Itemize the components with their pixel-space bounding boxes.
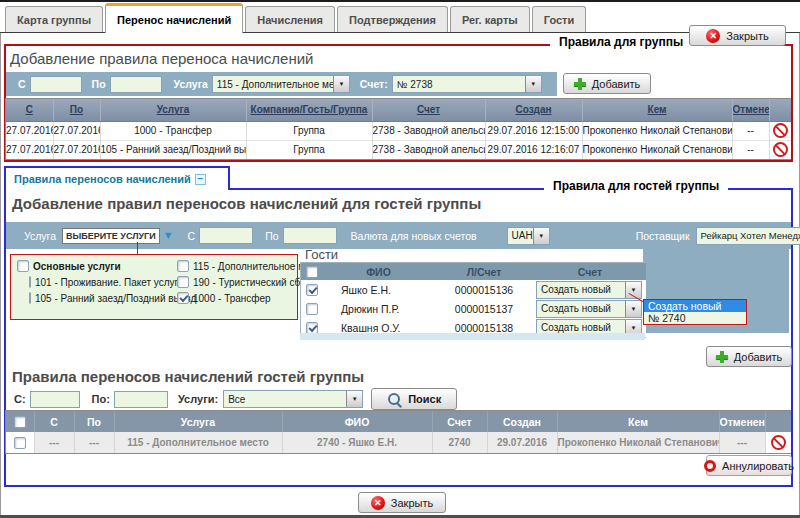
guests-table-footer-strip (300, 333, 645, 340)
service-checkbox[interactable] (177, 276, 189, 288)
service-picker-arrow-icon[interactable]: ▼ (163, 230, 174, 241)
table-row: 27.07.2016 27.07.2016 1000 - Трансфер Гр… (6, 121, 791, 140)
cancel-rule-icon[interactable] (773, 142, 788, 157)
col-service[interactable]: Услуга (100, 99, 246, 121)
collapse-minus-icon[interactable]: − (195, 174, 206, 185)
service-select-value: 115 - Дополнительное место (213, 79, 333, 90)
guest-name: Яшко Е.Н. (323, 280, 434, 299)
col-from[interactable]: С (6, 99, 53, 121)
col-account[interactable]: Счет (372, 99, 485, 121)
filter-to-label: По: (92, 393, 110, 405)
close-x-icon: ✕ (706, 29, 720, 43)
annul-button[interactable]: Аннулировать (706, 455, 792, 476)
from-date-input[interactable] (30, 76, 82, 93)
col-company-guest-group[interactable]: Компания/Гость/Группа (246, 99, 372, 121)
tab-confirmations[interactable]: Подтверждения (337, 6, 448, 32)
service-select[interactable]: 115 - Дополнительное место (212, 75, 350, 93)
col-guest-name: ФИО (282, 411, 432, 432)
close-button-top[interactable]: ✕ Закрыть (689, 25, 786, 46)
account-select[interactable]: № 2738 (392, 75, 542, 93)
guest-rules-collapse-tab[interactable]: Правила переносов начислений − (4, 166, 230, 190)
guest-add-button[interactable]: Добавить (706, 346, 792, 367)
group-rules-frame-label: Правила для группы (550, 35, 692, 49)
service-option[interactable]: 101 - Проживание. Пакет услуг (29, 276, 177, 288)
col-to: По (74, 411, 114, 432)
col-actions (769, 99, 791, 121)
service-option[interactable]: 105 - Ранний заезд/Поздний выезд (29, 292, 177, 304)
filter-from-input[interactable] (30, 391, 80, 408)
guest-add-button-label: Добавить (734, 351, 783, 363)
to-date-input[interactable] (110, 76, 162, 93)
services-column-1: Основные услуги 101 - Проживание. Пакет … (17, 260, 177, 319)
from-label: С (18, 78, 26, 90)
col-from: С (34, 411, 74, 432)
from-date-input[interactable] (199, 227, 253, 244)
tab-group-card[interactable]: Карта группы (5, 6, 103, 32)
service-checkbox[interactable] (17, 260, 29, 272)
cancel-rule-icon[interactable] (771, 435, 786, 450)
window-top-edge (0, 0, 800, 2)
col-actions (765, 411, 791, 432)
filter-services-select[interactable]: Все (223, 390, 363, 408)
service-option-label: Основные услуги (33, 261, 121, 272)
col-to[interactable]: По (53, 99, 100, 121)
group-add-button[interactable]: Добавить (563, 73, 651, 94)
tab-guests[interactable]: Гости (532, 6, 587, 32)
service-option-label: 101 - Проживание. Пакет услуг (35, 277, 178, 288)
guest-row: Яшко Е.Н. 0000015136 Создать новый (301, 280, 646, 299)
service-label: Услуга (174, 78, 208, 90)
currency-label: Валюта для новых счетов (351, 230, 477, 242)
col-by-whom[interactable]: Кем (582, 99, 732, 121)
rule-checkbox[interactable] (14, 437, 26, 449)
guest-checkbox[interactable] (306, 303, 318, 315)
filter-to-input[interactable] (114, 391, 168, 408)
dropdown-arrow-icon[interactable] (346, 391, 362, 407)
group-table-header-row: С По Услуга Компания/Гость/Группа Счет С… (6, 99, 791, 121)
table-row: 27.07.2016 27.07.2016 105 - Ранний заезд… (6, 140, 791, 159)
cancel-rule-icon[interactable] (773, 123, 788, 138)
close-button-bottom[interactable]: ✕ Закрыть (358, 492, 446, 513)
service-checkbox[interactable] (177, 260, 189, 272)
guest-add-formbar: Услуга ВЫБЕРИТЕ УСЛУГИ ▼ С По Валюта для… (6, 222, 791, 249)
tab-reg-cards[interactable]: Рег. карты (450, 6, 530, 32)
col-cancelled[interactable]: Отменен (732, 99, 769, 121)
to-date-input[interactable] (283, 227, 337, 244)
dropdown-arrow-icon[interactable] (625, 301, 641, 317)
guests-table: ФИО Л/Счет Счет Яшко Е.Н. 0000015136 Соз… (301, 263, 646, 337)
provider-select-value: Рейкарц Хотел Менеджмент (697, 230, 800, 241)
guest-rules-table-wrap: С По Услуга ФИО Счет Создан Кем Отменен (5, 410, 791, 454)
dropdown-option-create-new[interactable]: Создать новый (644, 300, 746, 312)
service-checkbox[interactable] (29, 292, 31, 304)
group-rules-table: С По Услуга Компания/Гость/Группа Счет С… (6, 99, 791, 159)
guest-account-value: Создать новый (537, 322, 625, 333)
select-all-guests-checkbox[interactable] (306, 266, 318, 278)
service-checkbox[interactable] (177, 292, 189, 304)
guest-checkbox[interactable] (306, 284, 318, 296)
account-label: Счет: (360, 78, 388, 90)
to-label: По (265, 230, 278, 242)
dropdown-option-account-2740[interactable]: № 2740 (644, 312, 746, 324)
tab-charge-transfer[interactable]: Перенос начислений (105, 3, 243, 33)
app-window: Карта группы Перенос начислений Начислен… (0, 0, 800, 518)
guest-folio: 0000015136 (434, 280, 534, 299)
close-button-label: Закрыть (391, 497, 433, 509)
group-add-title: Добавление правила переноса начислений (10, 50, 313, 67)
guest-account-select[interactable]: Создать новый (536, 300, 642, 318)
currency-select[interactable]: UAH (507, 227, 550, 245)
dropdown-arrow-icon[interactable] (533, 228, 549, 244)
guest-rules-list-title: Правила переносов начислений гостей груп… (12, 368, 364, 385)
service-option[interactable]: Основные услуги (17, 260, 177, 272)
dropdown-arrow-icon[interactable] (525, 76, 541, 92)
provider-select[interactable]: Рейкарц Хотел Менеджмент (696, 227, 800, 245)
select-all-rules-checkbox[interactable] (14, 416, 26, 428)
service-picker[interactable]: ВЫБЕРИТЕ УСЛУГИ (62, 228, 160, 244)
guest-account-select[interactable]: Создать новый (536, 281, 642, 299)
group-add-formbar: С По Услуга 115 - Дополнительное место С… (6, 72, 557, 96)
search-button[interactable]: Поиск (371, 388, 457, 410)
tab-charges[interactable]: Начисления (245, 6, 335, 32)
close-button-label: Закрыть (726, 30, 768, 42)
guest-name: Дрюкин П.Р. (323, 299, 434, 318)
col-created[interactable]: Создан (485, 99, 582, 121)
dropdown-arrow-icon[interactable] (333, 76, 349, 92)
service-checkbox[interactable] (29, 276, 31, 288)
